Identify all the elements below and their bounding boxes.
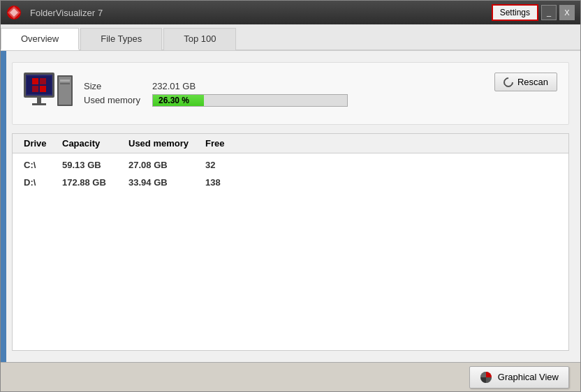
drive-c-label: C:\ [24, 160, 62, 170]
tab-filetypes[interactable]: File Types [80, 28, 162, 50]
rescan-button[interactable]: Rescan [494, 73, 557, 91]
app-logo [6, 5, 22, 20]
info-panel: Size 232.01 GB Used memory 26.30 % Resca… [12, 62, 569, 125]
pie-chart-icon [480, 371, 492, 384]
progress-bar-container: 26.30 % [152, 94, 348, 107]
monitor-stand [37, 98, 41, 103]
app-version: 7 [98, 8, 103, 18]
drive-table-header: Drive Capacity Used memory Free [13, 134, 568, 153]
rescan-label: Rescan [517, 77, 548, 87]
monitor-base [32, 103, 46, 105]
size-value: 232.01 GB [152, 81, 196, 91]
main-content: Size 232.01 GB Used memory 26.30 % Resca… [1, 51, 580, 362]
svg-rect-4 [40, 86, 46, 92]
graphical-view-button[interactable]: Graphical View [469, 366, 569, 389]
size-row: Size 232.01 GB [84, 81, 348, 91]
monitor-screen [27, 76, 52, 94]
monitor [24, 73, 54, 98]
drive-d-label: D:\ [24, 177, 62, 188]
close-button[interactable]: X [559, 5, 575, 20]
bottom-bar: Graphical View [1, 362, 580, 391]
tab-overview[interactable]: Overview [1, 28, 79, 50]
tower [57, 75, 73, 106]
stats-area: Size 232.01 GB Used memory 26.30 % [84, 81, 348, 107]
app-title: FolderVisualizer7 [27, 7, 492, 18]
table-row: C:\ 59.13 GB 27.08 GB 32 [24, 156, 557, 174]
drive-d-used: 33.94 GB [128, 177, 205, 188]
app-name: FolderVisualizer [30, 8, 95, 18]
left-accent-bar [1, 51, 6, 362]
drive-c-free: 32 [205, 160, 261, 170]
col-header-drive: Drive [24, 138, 62, 149]
table-row: D:\ 172.88 GB 33.94 GB 138 [24, 174, 557, 191]
title-bar: FolderVisualizer7 Settings _ X [1, 1, 580, 24]
drive-d-free: 138 [205, 177, 261, 188]
drive-c-used: 27.08 GB [128, 160, 205, 170]
progress-text: 26.30 % [159, 96, 189, 105]
drive-table-body: C:\ 59.13 GB 27.08 GB 32 D:\ 172.88 GB 3… [13, 153, 568, 194]
windows-logo-icon [31, 77, 47, 93]
tab-bar: Overview File Types Top 100 [1, 24, 580, 51]
tower-detail [60, 80, 70, 82]
window-controls: Settings _ X [492, 4, 575, 21]
col-header-free: Free [205, 138, 261, 149]
drive-d-capacity: 172.88 GB [62, 177, 128, 188]
svg-rect-3 [32, 86, 38, 92]
used-memory-label: Used memory [84, 95, 147, 105]
computer-icon [24, 73, 73, 114]
settings-button[interactable]: Settings [492, 4, 538, 21]
svg-rect-2 [40, 78, 46, 84]
rescan-icon [501, 75, 515, 89]
graphical-view-label: Graphical View [498, 372, 559, 382]
svg-rect-1 [32, 78, 38, 84]
col-header-capacity: Capacity [62, 138, 128, 149]
size-label: Size [84, 81, 147, 91]
drive-table: Drive Capacity Used memory Free C:\ 59.1… [12, 133, 569, 351]
drive-c-capacity: 59.13 GB [62, 160, 128, 170]
minimize-button[interactable]: _ [541, 5, 557, 20]
used-memory-row: Used memory 26.30 % [84, 94, 348, 107]
tower-disk [60, 83, 70, 84]
col-header-used-memory: Used memory [128, 138, 205, 149]
tab-top100[interactable]: Top 100 [163, 28, 236, 50]
main-window: FolderVisualizer7 Settings _ X Overview … [0, 0, 581, 392]
